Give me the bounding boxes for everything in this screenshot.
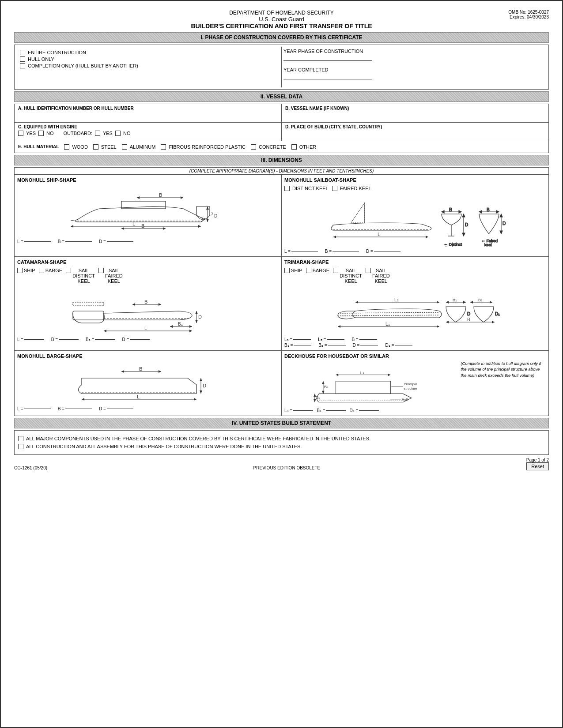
outboard-yes: YES <box>103 131 113 136</box>
hull-only-row: HULL ONLY <box>20 56 280 62</box>
no-label: NO <box>46 131 54 136</box>
hull-only-checkbox[interactable] <box>20 56 25 62</box>
svg-marker-112 <box>322 391 325 394</box>
tri-d: D = <box>353 343 378 348</box>
build-statement2-checkbox[interactable] <box>18 444 23 449</box>
cat-ship-checkbox[interactable] <box>17 268 23 273</box>
svg-text:D: D <box>203 383 206 388</box>
barge-b-value[interactable] <box>65 409 92 409</box>
entire-construction-checkbox[interactable] <box>20 50 25 55</box>
svg-marker-71 <box>437 301 439 304</box>
tri-b-value[interactable] <box>359 339 377 340</box>
deckhouse-bs-value[interactable] <box>326 410 346 411</box>
header: DEPARTMENT OF HOMELAND SECURITY U.S. Coa… <box>14 10 549 30</box>
cat-sail-distinct-checkbox[interactable] <box>66 268 71 273</box>
monohull-ship-title: MONOHULL SHIP-SHAPE <box>17 177 279 183</box>
reset-button[interactable]: Reset <box>526 462 549 470</box>
outboard-yes-checkbox[interactable] <box>95 131 100 136</box>
distinct-keel-row: DISTINCT KEEL <box>284 186 329 191</box>
barge-d: D = <box>99 406 133 411</box>
form-number: CG-1261 (05/20) <box>14 465 47 470</box>
cat-l-value[interactable] <box>24 339 44 340</box>
sail-d-value[interactable] <box>374 251 401 251</box>
aluminum-checkbox[interactable] <box>122 144 127 150</box>
place-value[interactable] <box>285 130 545 139</box>
no-checkbox[interactable] <box>38 131 44 136</box>
other-checkbox[interactable] <box>291 144 297 150</box>
footer-right: Page 1 of 2 Reset <box>526 458 549 470</box>
outboard-label: OUTBOARD: <box>64 131 92 136</box>
cat-ship: SHIP <box>17 268 35 284</box>
tri-options: SHIP BARGE SAILDISTINCTKEEL SAILFAIREDKE… <box>284 266 546 285</box>
sail-b-value[interactable] <box>333 251 359 251</box>
page: DEPARTMENT OF HOMELAND SECURITY U.S. Coa… <box>0 0 563 728</box>
sail-l-value[interactable] <box>291 251 318 251</box>
tri-sail-distinct-checkbox[interactable] <box>333 268 338 273</box>
completion-only-checkbox[interactable] <box>20 63 25 68</box>
svg-text:L₁: L₁ <box>385 322 390 326</box>
cat-d-value[interactable] <box>130 339 150 340</box>
hull-id-value[interactable] <box>18 112 278 120</box>
svg-text:B: B <box>139 366 142 372</box>
svg-marker-4 <box>137 196 140 199</box>
monohull-sail: MONOHULL SAILBOAT-SHAPE DISTINCT KEEL FA… <box>282 175 548 256</box>
tri-l2-value[interactable] <box>327 339 344 340</box>
frp-checkbox[interactable] <box>161 144 166 150</box>
tri-measures: L₁ = L₂ = B = <box>284 337 546 348</box>
cat-barge-checkbox[interactable] <box>39 268 44 273</box>
tri-b2-value[interactable] <box>328 345 346 345</box>
ship-d-value[interactable] <box>107 241 133 242</box>
steel-checkbox[interactable] <box>93 144 98 150</box>
svg-text:Hull: Hull <box>402 398 408 402</box>
year-completed-value[interactable] <box>283 72 372 79</box>
ship-l-value[interactable] <box>24 241 51 242</box>
tri-d1-value[interactable] <box>395 345 412 345</box>
svg-marker-46 <box>426 236 428 238</box>
deckhouse-ds-value[interactable] <box>359 410 379 411</box>
tri-ship-checkbox[interactable] <box>284 268 290 273</box>
cat-sail-faired-label: SAILFAIREDKEEL <box>105 268 123 284</box>
other-label: OTHER <box>299 144 317 150</box>
build-statement1-checkbox[interactable] <box>18 436 23 441</box>
tri-b1-value[interactable] <box>294 345 311 345</box>
tri-sail-faired-checkbox[interactable] <box>366 268 371 273</box>
tri-l2: L₂ = <box>318 337 344 342</box>
barge-l-value[interactable] <box>24 409 51 409</box>
yes-checkbox[interactable] <box>18 131 23 136</box>
outboard-no-checkbox[interactable] <box>115 131 121 136</box>
year-phase-value[interactable] <box>283 54 372 61</box>
tri-barge-checkbox[interactable] <box>306 268 311 273</box>
svg-marker-88 <box>446 321 449 323</box>
distinct-keel-checkbox[interactable] <box>284 186 290 191</box>
section1-header: I. PHASE OF CONSTRUCTION COVERED BY THIS… <box>14 32 549 43</box>
footer: CG-1261 (05/20) PREVIOUS EDITION OBSOLET… <box>14 458 549 470</box>
trimaran: TRIMARAN-SHAPE SHIP BARGE SAILDISTINCTKE… <box>282 257 548 350</box>
barge-d-value[interactable] <box>107 409 133 409</box>
concrete-checkbox[interactable] <box>251 144 256 150</box>
ship-b-value[interactable] <box>65 241 92 242</box>
tri-l1-value[interactable] <box>293 339 311 340</box>
svg-text:B: B <box>141 223 144 229</box>
deckhouse-ls-value[interactable] <box>293 410 313 411</box>
svg-rect-48 <box>73 311 104 320</box>
frp-row: FIBROUS REINFORCED PLASTIC <box>161 144 246 150</box>
svg-rect-49 <box>73 302 104 306</box>
place-cell: D. PLACE OF BUILD (CITY, STATE, COUNTRY) <box>281 123 548 141</box>
wood-checkbox[interactable] <box>64 144 69 150</box>
svg-marker-98 <box>200 390 202 394</box>
completion-only-row: COMPLETION ONLY (HULL BUILT BY ANOTHER) <box>20 63 280 68</box>
svg-text:B: B <box>449 207 452 212</box>
faired-keel-checkbox[interactable] <box>332 186 337 191</box>
tri-barge-label: BARGE <box>313 268 330 273</box>
hull-material-row: E. HULL MATERIAL WOOD STEEL ALUMINUM FIB… <box>15 141 548 153</box>
vessel-name-value[interactable] <box>285 112 545 120</box>
sail-l: L = <box>284 249 318 254</box>
cat-b-value[interactable] <box>59 339 79 340</box>
sail-b: B = <box>325 249 359 254</box>
cat-sail-faired-checkbox[interactable] <box>98 268 104 273</box>
barge-b: B = <box>58 406 92 411</box>
cat-b1-value[interactable] <box>95 339 115 340</box>
tri-d-value[interactable] <box>360 345 378 345</box>
svg-text:L₂: L₂ <box>394 297 399 302</box>
svg-marker-56 <box>195 311 198 314</box>
